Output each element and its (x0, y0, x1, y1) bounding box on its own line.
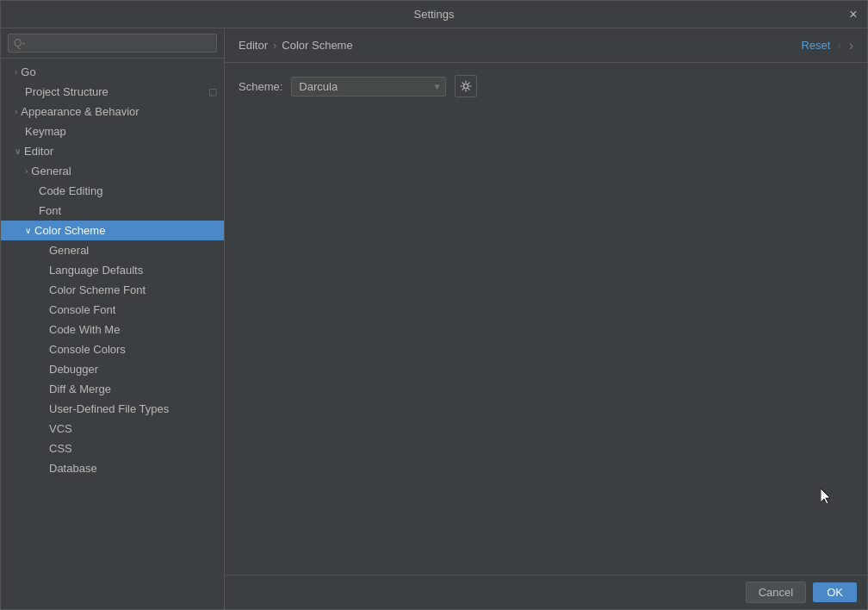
sidebar-item-console-font[interactable]: Console Font (1, 300, 224, 320)
project-structure-icon: ▢ (208, 86, 217, 97)
sidebar-item-label-css: CSS (49, 442, 72, 455)
expand-arrow-color-scheme: ∨ (25, 226, 31, 235)
sidebar-item-label-color-scheme-font: Color Scheme Font (49, 283, 146, 296)
sidebar-item-color-scheme-font[interactable]: Color Scheme Font (1, 280, 224, 300)
sidebar-item-label-language-defaults: Language Defaults (49, 264, 143, 277)
breadcrumb-current: Color Scheme (282, 39, 352, 52)
reset-button[interactable]: Reset (801, 39, 830, 52)
sidebar-item-label-color-scheme: Color Scheme (34, 224, 105, 237)
close-button[interactable]: × (846, 8, 860, 22)
window-title: Settings (414, 8, 455, 21)
sidebar-item-label-general: General (31, 165, 71, 177)
sidebar-item-code-editing[interactable]: Code Editing (1, 181, 224, 201)
sidebar-item-label-console-colors: Console Colors (49, 343, 126, 356)
sidebar: › Go Project Structure ▢ › Appearance & … (1, 28, 225, 609)
expand-arrow-editor: ∨ (15, 146, 21, 156)
sidebar-item-cs-general[interactable]: General (1, 240, 224, 260)
sidebar-item-vcs[interactable]: VCS (1, 419, 224, 439)
sidebar-item-database[interactable]: Database (1, 458, 224, 478)
breadcrumb-parent: Editor (239, 39, 268, 52)
sidebar-item-debugger[interactable]: Debugger (1, 359, 224, 379)
tree: › Go Project Structure ▢ › Appearance & … (1, 59, 224, 609)
back-button[interactable]: ‹ (837, 39, 841, 53)
sidebar-item-go[interactable]: › Go (1, 62, 224, 82)
sidebar-item-label-console-font: Console Font (49, 303, 115, 316)
forward-button[interactable]: › (849, 39, 853, 53)
sidebar-item-console-colors[interactable]: Console Colors (1, 339, 224, 359)
sidebar-item-label-font: Font (39, 204, 61, 217)
gear-icon (460, 80, 472, 92)
bottom-bar: Cancel OK (225, 575, 867, 609)
scheme-select-wrapper: Darcula Default High Contrast Monokai ▼ (291, 77, 446, 96)
sidebar-item-editor[interactable]: ∨ Editor (1, 141, 224, 161)
content-area: Editor › Color Scheme Reset ‹ › Scheme: … (225, 28, 867, 609)
sidebar-item-appearance-behavior[interactable]: › Appearance & Behavior (1, 102, 224, 121)
sidebar-item-label-debugger: Debugger (49, 363, 98, 376)
scheme-label: Scheme: (239, 80, 282, 93)
sidebar-item-color-scheme[interactable]: ∨ Color Scheme (1, 221, 224, 240)
scheme-select[interactable]: Darcula Default High Contrast Monokai (291, 77, 446, 96)
breadcrumb: Editor › Color Scheme (239, 39, 353, 52)
sidebar-item-language-defaults[interactable]: Language Defaults (1, 260, 224, 280)
sidebar-item-label-code-editing: Code Editing (39, 184, 102, 197)
search-box (1, 28, 224, 59)
title-bar: Settings × (1, 1, 867, 28)
mouse-cursor (821, 489, 833, 506)
header-actions: Reset ‹ › (801, 39, 853, 53)
sidebar-item-user-defined-file-types[interactable]: User-Defined File Types (1, 399, 224, 419)
sidebar-item-label-code-with-me: Code With Me (49, 323, 120, 336)
sidebar-item-diff-merge[interactable]: Diff & Merge (1, 379, 224, 399)
expand-arrow-appearance: › (15, 107, 17, 116)
search-input[interactable] (8, 34, 217, 53)
main-layout: › Go Project Structure ▢ › Appearance & … (1, 28, 867, 609)
breadcrumb-separator: › (273, 39, 276, 52)
sidebar-item-project-structure[interactable]: Project Structure ▢ (1, 82, 224, 102)
sidebar-item-code-with-me[interactable]: Code With Me (1, 320, 224, 339)
gear-button[interactable] (455, 75, 477, 97)
sidebar-item-css[interactable]: CSS (1, 439, 224, 458)
expand-arrow-go: › (15, 67, 17, 77)
sidebar-item-label-project-structure: Project Structure (25, 85, 108, 98)
sidebar-item-label-database: Database (49, 462, 97, 475)
settings-window: Settings × › Go Project Structure ▢ (0, 0, 868, 610)
cancel-button[interactable]: Cancel (746, 582, 806, 603)
sidebar-item-label-cs-general: General (49, 244, 89, 257)
sidebar-item-label-diff-merge: Diff & Merge (49, 383, 111, 395)
sidebar-item-label-vcs: VCS (49, 422, 72, 435)
cursor-area (225, 109, 867, 575)
sidebar-item-label-go: Go (21, 65, 35, 78)
svg-point-0 (464, 84, 468, 89)
content-header: Editor › Color Scheme Reset ‹ › (225, 28, 867, 63)
sidebar-item-label-appearance-behavior: Appearance & Behavior (21, 105, 139, 118)
sidebar-item-general[interactable]: › General (1, 161, 224, 181)
sidebar-item-label-editor: Editor (24, 145, 53, 158)
sidebar-item-label-keymap: Keymap (25, 125, 66, 138)
sidebar-item-keymap[interactable]: Keymap (1, 121, 224, 141)
scheme-row: Scheme: Darcula Default High Contrast Mo… (225, 63, 867, 109)
ok-button[interactable]: OK (813, 582, 857, 602)
sidebar-item-label-user-defined-file-types: User-Defined File Types (49, 402, 169, 415)
sidebar-item-font[interactable]: Font (1, 201, 224, 221)
expand-arrow-general: › (25, 166, 28, 176)
